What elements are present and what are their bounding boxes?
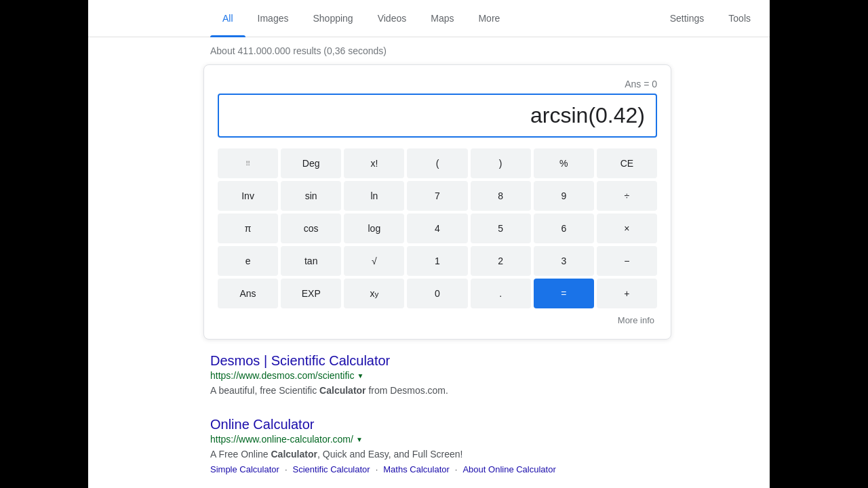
tab-maps[interactable]: Maps: [418, 0, 466, 37]
result-url-arrow-desmos[interactable]: ▼: [357, 372, 363, 380]
calc-btn-sin[interactable]: sin: [281, 181, 341, 211]
result-title-online-calc[interactable]: Online Calculator: [210, 417, 770, 432]
more-info-link[interactable]: More info: [218, 315, 657, 325]
sub-link-scientific[interactable]: Scientific Calculator: [293, 464, 370, 474]
calc-btn-0[interactable]: 0: [407, 279, 467, 308]
calc-btn-9[interactable]: 9: [534, 181, 594, 211]
search-results: Desmos | Scientific Calculator https://w…: [88, 340, 770, 474]
calc-btn-log[interactable]: log: [344, 214, 404, 243]
sub-link-maths[interactable]: Maths Calculator: [383, 464, 450, 474]
result-snippet-desmos: A beautiful, free Scientific Calculator …: [210, 384, 770, 398]
sub-link-sep-1: ·: [285, 464, 288, 474]
black-bar-right: [770, 0, 868, 488]
calc-btn-exp[interactable]: EXP: [281, 279, 341, 308]
black-bar-left: [0, 0, 88, 488]
sub-link-simple[interactable]: Simple Calculator: [210, 464, 279, 474]
calc-display[interactable]: arcsin(0.42): [218, 94, 657, 138]
calc-btn-xi[interactable]: x!: [344, 148, 404, 178]
calc-btn-5[interactable]: 5: [471, 214, 531, 243]
calc-btn-cos[interactable]: cos: [281, 214, 341, 243]
calc-btn-xy[interactable]: xy: [344, 279, 404, 308]
tab-shopping[interactable]: Shopping: [300, 0, 365, 37]
calc-ans-display: Ans = 0: [218, 79, 657, 89]
content-area: All Images Shopping Videos Maps More Set…: [88, 0, 770, 488]
calc-btn-decimal[interactable]: .: [471, 279, 531, 308]
calc-btn-deg[interactable]: Deg: [281, 148, 341, 178]
settings-link[interactable]: Settings: [665, 0, 710, 37]
result-snippet-online-calc: A Free Online Calculator, Quick and Easy…: [210, 447, 770, 462]
calc-btn-tan[interactable]: tan: [281, 246, 341, 276]
calc-btn-ce[interactable]: CE: [597, 148, 657, 178]
calc-btn-pi[interactable]: π: [218, 214, 278, 243]
tools-link[interactable]: Tools: [723, 0, 756, 37]
sub-link-about[interactable]: About Online Calculator: [462, 464, 555, 474]
calc-btn-ans[interactable]: Ans: [218, 279, 278, 308]
result-item-desmos: Desmos | Scientific Calculator https://w…: [210, 353, 770, 398]
results-count: About 411.000.000 results (0,36 seconds): [88, 37, 770, 64]
calculator-widget: Ans = 0 arcsin(0.42) ⠿ Deg x! ( ) % CE I…: [203, 64, 671, 340]
nav-bar: All Images Shopping Videos Maps More Set…: [88, 0, 770, 37]
calc-btn-open-paren[interactable]: (: [407, 148, 467, 178]
calc-btn-8[interactable]: 8: [471, 181, 531, 211]
result-url-desmos: https://www.desmos.com/scientific ▼: [210, 370, 770, 381]
tab-images[interactable]: Images: [245, 0, 301, 37]
result-title-desmos[interactable]: Desmos | Scientific Calculator: [210, 353, 770, 369]
calc-btn-inv[interactable]: Inv: [218, 181, 278, 211]
result-url-online-calc: https://www.online-calculator.com/ ▼: [210, 434, 770, 445]
calc-btn-close-paren[interactable]: ): [471, 148, 531, 178]
result-sub-links-online-calc: Simple Calculator · Scientific Calculato…: [210, 464, 770, 474]
sub-link-sep-2: ·: [376, 464, 378, 474]
tab-all[interactable]: All: [210, 0, 245, 37]
calc-btn-6[interactable]: 6: [534, 214, 594, 243]
tab-videos[interactable]: Videos: [366, 0, 419, 37]
calc-btn-4[interactable]: 4: [407, 214, 467, 243]
calc-btn-multiply[interactable]: ×: [597, 214, 657, 243]
result-url-text-online-calc: https://www.online-calculator.com/: [210, 434, 353, 445]
tab-more[interactable]: More: [466, 0, 512, 37]
calc-btn-add[interactable]: +: [597, 279, 657, 308]
calc-btn-7[interactable]: 7: [407, 181, 467, 211]
calc-btn-ln[interactable]: ln: [344, 181, 404, 211]
result-item-online-calc: Online Calculator https://www.online-cal…: [210, 417, 770, 474]
result-url-text-desmos: https://www.desmos.com/scientific: [210, 370, 354, 381]
calc-btn-2[interactable]: 2: [471, 246, 531, 276]
calc-btn-sqrt[interactable]: √: [344, 246, 404, 276]
calc-btn-e[interactable]: e: [218, 246, 278, 276]
calc-btn-3[interactable]: 3: [534, 246, 594, 276]
calc-btn-divide[interactable]: ÷: [597, 181, 657, 211]
sub-link-sep-3: ·: [455, 464, 458, 474]
calc-btn-grid[interactable]: ⠿: [218, 148, 278, 178]
nav-right: Settings Tools: [665, 0, 770, 37]
result-url-arrow-online-calc[interactable]: ▼: [356, 436, 363, 443]
calc-btn-percent[interactable]: %: [534, 148, 594, 178]
calc-buttons: ⠿ Deg x! ( ) % CE Inv sin ln 7 8 9 ÷ π c…: [218, 148, 657, 308]
calc-btn-1[interactable]: 1: [407, 246, 467, 276]
nav-tabs: All Images Shopping Videos Maps More: [210, 0, 512, 37]
calc-btn-subtract[interactable]: −: [597, 246, 657, 276]
calc-btn-equals[interactable]: =: [534, 279, 594, 308]
